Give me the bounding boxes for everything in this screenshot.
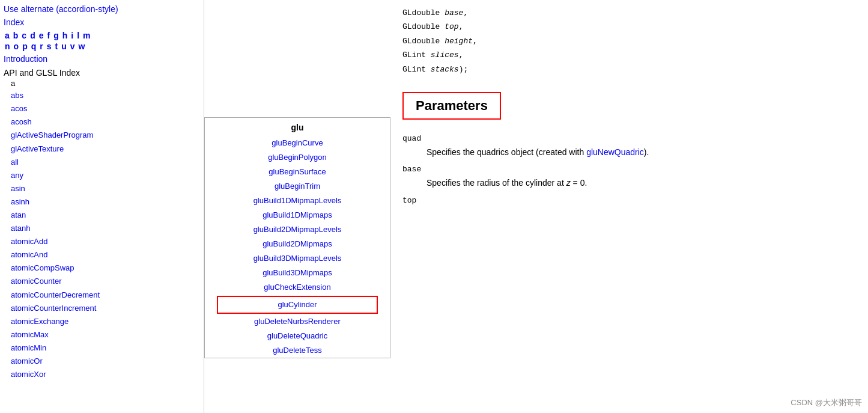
sidebar-index-section: a abs acos acosh glActiveShaderProgram g… — [11, 79, 200, 381]
alpha-w[interactable]: w — [77, 41, 86, 51]
alpha-q[interactable]: q — [30, 41, 38, 51]
category-a-label: a — [11, 79, 200, 88]
sidebar-item-atomicMin[interactable]: atomicMin — [11, 341, 200, 355]
sidebar-item-atomicCounter[interactable]: atomicCounter — [11, 275, 200, 288]
alpha-e[interactable]: e — [38, 31, 45, 40]
middle-item-gluDeleteQuadric[interactable]: gluDeleteQuadric — [205, 329, 390, 343]
alpha-row-2: n o p q r s t u v w — [4, 41, 200, 51]
introduction-link[interactable]: Introduction — [4, 52, 200, 66]
alpha-m[interactable]: m — [82, 31, 91, 40]
sidebar-item-atomicXor[interactable]: atomicXor — [11, 368, 200, 381]
alpha-r[interactable]: r — [38, 41, 44, 51]
sig-line-2: GLdouble top, — [402, 20, 850, 34]
sidebar-item-asin[interactable]: asin — [11, 182, 200, 195]
gluNewQuadric-link[interactable]: gluNewQuadric — [586, 147, 644, 157]
alpha-o[interactable]: o — [13, 41, 20, 51]
middle-item-gluCheckExtension[interactable]: gluCheckExtension — [205, 280, 390, 295]
alpha-l[interactable]: l — [76, 31, 80, 40]
param-top-name: top — [402, 196, 850, 205]
param-quad-row: quad Specifies the quadrics object (crea… — [402, 134, 850, 159]
param-top-row: top — [402, 196, 850, 205]
sidebar-item-atomicAdd[interactable]: atomicAdd — [11, 235, 200, 248]
middle-item-gluBuild3DMipmaps[interactable]: gluBuild3DMipmaps — [205, 266, 390, 280]
sidebar-item-atan[interactable]: atan — [11, 209, 200, 222]
middle-item-gluBuild2DMipmapLevels[interactable]: gluBuild2DMipmapLevels — [205, 222, 390, 237]
middle-item-gluBeginSurface[interactable]: gluBeginSurface — [205, 165, 390, 179]
middle-item-gluDeleteNurbsRenderer[interactable]: gluDeleteNurbsRenderer — [205, 314, 390, 329]
sidebar-item-acosh[interactable]: acosh — [11, 115, 200, 129]
watermark: CSDN @大米粥哥哥 — [791, 397, 862, 408]
middle-item-gluDeleteTess[interactable]: gluDeleteTess — [205, 343, 390, 358]
middle-item-gluBuild1DMipmapLevels[interactable]: gluBuild1DMipmapLevels — [205, 194, 390, 208]
api-index-title: API and GLSL Index — [4, 68, 200, 78]
middle-item-gluCylinder[interactable]: gluCylinder — [217, 296, 378, 314]
sidebar-item-atomicExchange[interactable]: atomicExchange — [11, 315, 200, 328]
sig-line-1: GLdouble base, — [402, 6, 850, 20]
param-base-desc: Specifies the radius of the cylinder at … — [426, 176, 850, 189]
sidebar-item-atomicCompSwap[interactable]: atomicCompSwap — [11, 262, 200, 275]
middle-item-gluBuild2DMipmaps[interactable]: gluBuild2DMipmaps — [205, 237, 390, 251]
param-base-row: base Specifies the radius of the cylinde… — [402, 165, 850, 189]
use-alternate-link[interactable]: Use alternate (accordion-style) — [4, 2, 200, 16]
sidebar-item-glActiveTexture[interactable]: glActiveTexture — [11, 142, 200, 156]
alpha-row-1: a b c d e f g h i l m — [4, 31, 200, 40]
function-signature: GLdouble base, GLdouble top, GLdouble he… — [402, 6, 850, 76]
alpha-p[interactable]: p — [21, 41, 29, 51]
sidebar-item-asinh[interactable]: asinh — [11, 195, 200, 209]
main-content: GLdouble base, GLdouble top, GLdouble he… — [390, 0, 868, 413]
sidebar-item-all[interactable]: all — [11, 156, 200, 169]
alpha-a[interactable]: a — [4, 31, 11, 40]
alpha-n[interactable]: n — [4, 41, 11, 51]
parameters-heading-text: Parameters — [416, 98, 488, 113]
sig-line-3: GLdouble height, — [402, 34, 850, 48]
sidebar-item-abs[interactable]: abs — [11, 89, 200, 102]
middle-item-gluBeginCurve[interactable]: gluBeginCurve — [205, 136, 390, 150]
middle-item-gluBeginTrim[interactable]: gluBeginTrim — [205, 179, 390, 194]
sidebar-item-atomicAnd[interactable]: atomicAnd — [11, 248, 200, 262]
sidebar: Use alternate (accordion-style) Index a … — [0, 0, 204, 413]
alpha-f[interactable]: f — [46, 31, 52, 40]
sidebar-item-atomicCounterIncrement[interactable]: atomicCounterIncrement — [11, 302, 200, 315]
annotation-wrapper: Parameters — [402, 82, 850, 128]
param-base-z: z — [566, 178, 571, 188]
sidebar-item-atomicOr[interactable]: atomicOr — [11, 355, 200, 368]
sidebar-item-atomicCounterDecrement[interactable]: atomicCounterDecrement — [11, 289, 200, 302]
alpha-i[interactable]: i — [70, 31, 74, 40]
alpha-v[interactable]: v — [69, 41, 76, 51]
middle-item-gluBuild1DMipmaps[interactable]: gluBuild1DMipmaps — [205, 208, 390, 222]
alpha-d[interactable]: d — [29, 31, 37, 40]
sig-line-4: GLint slices, — [402, 48, 850, 62]
sidebar-item-glActiveShaderProgram[interactable]: glActiveShaderProgram — [11, 129, 200, 142]
alpha-s[interactable]: s — [46, 41, 53, 51]
middle-panel-title: glu — [205, 118, 390, 136]
sidebar-item-any[interactable]: any — [11, 169, 200, 182]
alpha-t[interactable]: t — [54, 41, 59, 51]
middle-item-gluBeginPolygon[interactable]: gluBeginPolygon — [205, 150, 390, 165]
alpha-g[interactable]: g — [52, 31, 60, 40]
sidebar-item-atanh[interactable]: atanh — [11, 222, 200, 235]
alpha-b[interactable]: b — [12, 31, 20, 40]
param-quad-name: quad — [402, 134, 850, 143]
param-quad-desc: Specifies the quadrics object (created w… — [426, 145, 850, 159]
middle-item-gluBuild3DMipmapLevels[interactable]: gluBuild3DMipmapLevels — [205, 251, 390, 266]
parameters-heading-box: Parameters — [402, 92, 501, 120]
glu-index-panel: glu gluBeginCurve gluBeginPolygon gluBeg… — [204, 117, 390, 358]
alpha-h[interactable]: h — [61, 31, 69, 40]
sig-line-5: GLint stacks); — [402, 63, 850, 76]
alpha-u[interactable]: u — [60, 41, 68, 51]
sidebar-item-atomicMax[interactable]: atomicMax — [11, 328, 200, 341]
param-base-name: base — [402, 165, 850, 174]
sidebar-item-acos[interactable]: acos — [11, 102, 200, 115]
alpha-c[interactable]: c — [20, 31, 28, 40]
index-link[interactable]: Index — [4, 16, 200, 29]
